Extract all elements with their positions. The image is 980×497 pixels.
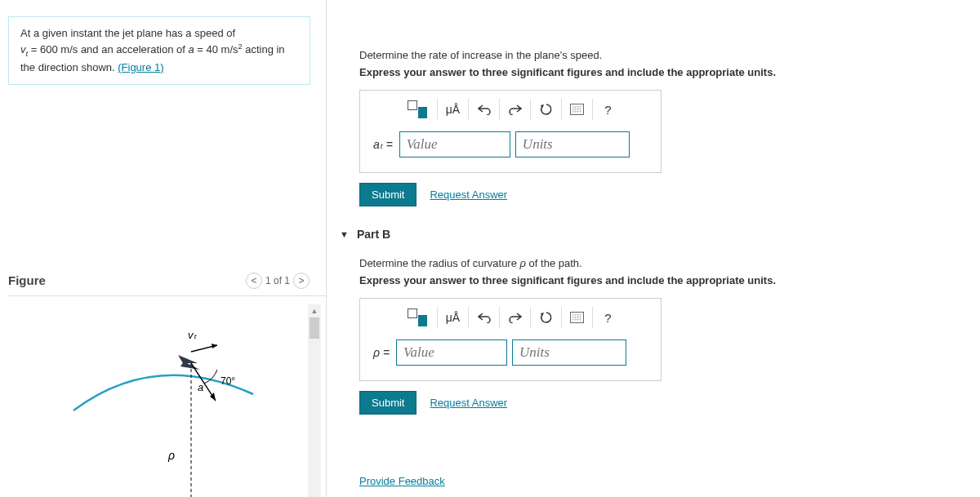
partB-answer-box: μÅ ? ρ = — [359, 298, 662, 381]
undo-tool[interactable] — [468, 99, 491, 120]
partB-instruction: Express your answer to three significant… — [359, 274, 980, 286]
figure-area: vₜ a 70° ρ ▲ ▼ — [8, 304, 326, 497]
keyboard-tool-b[interactable] — [561, 307, 584, 328]
template-tool[interactable] — [406, 99, 429, 120]
partA-var-label: aₜ = — [373, 138, 393, 151]
units-tool-b[interactable]: μÅ — [437, 307, 460, 328]
partB-request-answer-link[interactable]: Request Answer — [430, 397, 507, 409]
undo-tool-b[interactable] — [468, 307, 491, 328]
problem-statement: At a given instant the jet plane has a s… — [8, 16, 310, 85]
redo-tool[interactable] — [499, 99, 522, 120]
help-tool[interactable]: ? — [592, 99, 615, 120]
units-tool[interactable]: μÅ — [437, 99, 460, 120]
partB-prompt: Determine the radius of curvature ρ of t… — [359, 257, 980, 269]
partA-instruction: Express your answer to three significant… — [359, 66, 980, 78]
redo-tool-b[interactable] — [499, 307, 522, 328]
partB-var-label: ρ = — [373, 346, 390, 359]
keyboard-tool[interactable] — [561, 99, 584, 120]
template-icon — [408, 308, 427, 326]
figure-scrollbar[interactable]: ▲ ▼ — [308, 304, 321, 497]
help-tool-b[interactable]: ? — [592, 307, 615, 328]
reset-tool-b[interactable] — [530, 307, 553, 328]
template-tool-b[interactable] — [406, 307, 429, 328]
pager-prev-button[interactable]: < — [246, 273, 262, 289]
problem-text-1: At a given instant the jet plane has a s… — [20, 27, 235, 39]
reset-tool[interactable] — [530, 99, 553, 120]
keyboard-icon — [570, 104, 584, 115]
partB-submit-button[interactable]: Submit — [359, 391, 416, 415]
pager-next-button[interactable]: > — [293, 273, 310, 289]
pager-label: 1 of 1 — [265, 275, 290, 286]
figure-pager: < 1 of 1 > — [246, 273, 310, 289]
partA-units-input[interactable] — [515, 131, 630, 158]
partA-request-answer-link[interactable]: Request Answer — [430, 189, 507, 201]
partB-units-input[interactable] — [512, 339, 626, 366]
partA-value-input[interactable] — [399, 131, 510, 158]
scroll-thumb[interactable] — [310, 317, 319, 339]
scroll-up-icon[interactable]: ▲ — [308, 304, 321, 317]
figure-link[interactable]: (Figure 1) — [118, 61, 163, 73]
caret-down-icon: ▼ — [340, 229, 349, 239]
angle-label: 70° — [220, 375, 235, 387]
a-label: a — [198, 381, 203, 393]
partA-answer-box: μÅ ? aₜ = — [359, 90, 662, 173]
keyboard-icon — [570, 312, 584, 323]
partA-prompt: Determine the rate of increase in the pl… — [359, 49, 980, 61]
rho-label: ρ — [167, 449, 175, 462]
partB-title: Part B — [357, 228, 390, 241]
partB-value-input[interactable] — [396, 339, 507, 366]
vt-label: vₜ — [188, 329, 198, 341]
provide-feedback-link[interactable]: Provide Feedback — [359, 475, 445, 487]
figure-title: Figure — [8, 273, 46, 287]
partA-submit-button[interactable]: Submit — [359, 183, 416, 206]
figure-diagram: vₜ a 70° ρ — [8, 304, 310, 497]
template-icon — [408, 100, 427, 118]
svg-marker-1 — [212, 344, 217, 348]
partB-header[interactable]: ▼ Part B — [340, 228, 980, 241]
